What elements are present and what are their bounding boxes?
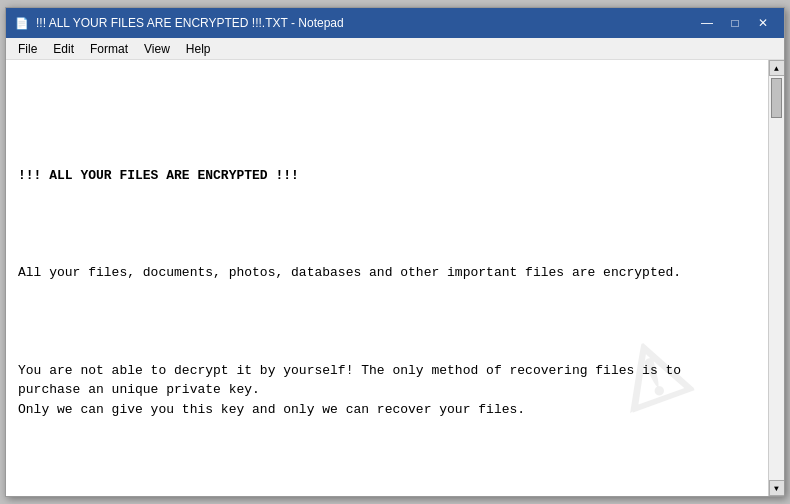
paragraph2: You are not able to decrypt it by yourse… xyxy=(18,361,756,420)
vertical-scrollbar[interactable]: ▲ ▼ xyxy=(768,60,784,496)
app-icon: 📄 xyxy=(14,15,30,31)
menu-view[interactable]: View xyxy=(136,40,178,58)
scroll-down-arrow[interactable]: ▼ xyxy=(769,480,785,496)
close-button[interactable]: ✕ xyxy=(750,13,776,33)
heading-text: !!! ALL YOUR FILES ARE ENCRYPTED !!! xyxy=(18,168,299,183)
scroll-track[interactable] xyxy=(769,76,784,480)
minimize-button[interactable]: — xyxy=(694,13,720,33)
menu-format[interactable]: Format xyxy=(82,40,136,58)
window-title: !!! ALL YOUR FILES ARE ENCRYPTED !!!.TXT… xyxy=(36,16,344,30)
paragraph1: All your files, documents, photos, datab… xyxy=(18,263,756,283)
title-bar-left: 📄 !!! ALL YOUR FILES ARE ENCRYPTED !!!.T… xyxy=(14,15,344,31)
maximize-button[interactable]: □ xyxy=(722,13,748,33)
menu-edit[interactable]: Edit xyxy=(45,40,82,58)
scroll-thumb[interactable] xyxy=(771,78,782,118)
title-bar: 📄 !!! ALL YOUR FILES ARE ENCRYPTED !!!.T… xyxy=(6,8,784,38)
notepad-window: 📄 !!! ALL YOUR FILES ARE ENCRYPTED !!!.T… xyxy=(5,7,785,497)
menu-help[interactable]: Help xyxy=(178,40,219,58)
heading-line: !!! ALL YOUR FILES ARE ENCRYPTED !!! xyxy=(18,166,756,186)
menu-bar: File Edit Format View Help xyxy=(6,38,784,60)
editor-area: ⚠ !!! ALL YOUR FILES ARE ENCRYPTED !!! A… xyxy=(6,60,784,496)
title-controls: — □ ✕ xyxy=(694,13,776,33)
text-content[interactable]: ⚠ !!! ALL YOUR FILES ARE ENCRYPTED !!! A… xyxy=(6,60,768,496)
menu-file[interactable]: File xyxy=(10,40,45,58)
text-inner: !!! ALL YOUR FILES ARE ENCRYPTED !!! All… xyxy=(18,127,756,497)
scroll-up-arrow[interactable]: ▲ xyxy=(769,60,785,76)
